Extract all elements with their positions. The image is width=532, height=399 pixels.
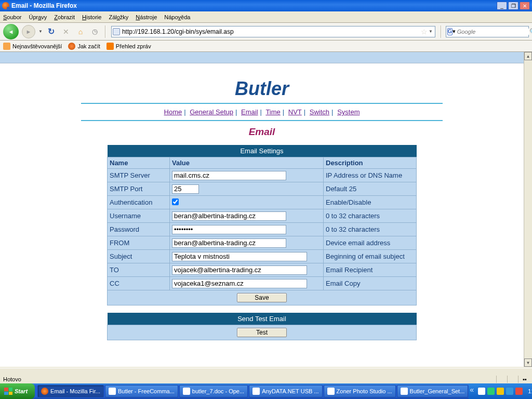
url-bar[interactable]: ☆ ▼ xyxy=(111,26,435,37)
taskbar-item[interactable]: Butler - FreeComma... xyxy=(105,385,178,397)
history-dropdown[interactable]: ▼ xyxy=(38,29,43,34)
scroll-track[interactable] xyxy=(524,60,532,358)
menu-bookmarks[interactable]: Záložky xyxy=(109,14,128,20)
tray-icon[interactable] xyxy=(497,388,504,395)
taskbar-item[interactable]: Email - Mozilla Fir... xyxy=(37,385,104,397)
taskbar-item[interactable]: Butler_General_Set... xyxy=(397,385,469,397)
save-button[interactable]: Save xyxy=(237,293,287,302)
taskbar-label: AnyDATA.NET USB ... xyxy=(262,388,318,394)
input-password[interactable] xyxy=(172,225,286,234)
divider xyxy=(81,120,443,121)
taskbar-label: butler_7.doc - Ope... xyxy=(192,388,244,394)
tray-icon[interactable] xyxy=(487,388,495,395)
reload-icon[interactable]: ↻ xyxy=(47,27,56,36)
scroll-up-button[interactable]: ▲ xyxy=(524,52,532,60)
search-input[interactable] xyxy=(456,29,529,35)
vertical-scrollbar[interactable]: ▲ ▼ xyxy=(524,52,532,367)
restore-button[interactable]: ❐ xyxy=(508,2,518,10)
google-icon[interactable]: G xyxy=(447,28,453,35)
app-icon xyxy=(109,388,116,395)
divider xyxy=(81,103,443,104)
app-icon xyxy=(401,388,408,395)
nav-system[interactable]: System xyxy=(337,108,360,116)
url-input[interactable] xyxy=(122,27,421,36)
checkbox-authentication[interactable] xyxy=(172,198,179,205)
app-icon xyxy=(327,388,335,395)
url-dropdown-icon[interactable]: ▼ xyxy=(428,29,434,34)
field-value-cell xyxy=(170,236,324,250)
close-button[interactable]: ✕ xyxy=(520,2,530,10)
stop-icon[interactable]: ✕ xyxy=(61,27,71,36)
scroll-down-button[interactable]: ▼ xyxy=(524,358,532,367)
home-icon[interactable]: ⌂ xyxy=(76,27,85,36)
windows-icon xyxy=(4,388,12,395)
menu-view[interactable]: Zobrazit xyxy=(54,14,75,20)
tray-icon[interactable] xyxy=(515,388,523,395)
tray-icon[interactable] xyxy=(478,388,485,395)
gear-icon[interactable]: ◷ xyxy=(90,27,100,36)
bookmark-news-overview[interactable]: Přehled zpráv xyxy=(107,43,151,50)
status-segment xyxy=(496,376,505,383)
app-icon xyxy=(183,388,190,395)
menu-file[interactable]: Soubor xyxy=(3,14,21,20)
start-button[interactable]: Start xyxy=(0,383,35,399)
status-bar: Hotovo ▪▪ xyxy=(0,374,532,383)
nav-nvt[interactable]: NVT xyxy=(288,108,302,116)
input-cc[interactable] xyxy=(172,279,307,288)
system-tray[interactable]: 11:26 xyxy=(469,383,532,399)
field-desc: IP Address or DNS Name xyxy=(324,169,417,182)
nav-general-setup[interactable]: General Setup xyxy=(190,108,233,116)
bookmark-star-icon[interactable]: ☆ xyxy=(421,28,428,36)
clock[interactable]: 11:26 xyxy=(528,388,532,394)
bookmark-getting-started[interactable]: Jak začít xyxy=(68,43,100,50)
menu-help[interactable]: Nápověda xyxy=(164,14,190,20)
forward-button[interactable]: ► xyxy=(22,25,35,38)
menu-history[interactable]: Historie xyxy=(82,14,101,20)
field-name: Subject xyxy=(108,250,170,263)
nav-switch[interactable]: Switch xyxy=(310,108,329,116)
field-desc: Enable/Disable xyxy=(324,196,417,209)
nav-email[interactable]: Email xyxy=(241,108,258,116)
input-from[interactable] xyxy=(172,238,286,248)
nav-time[interactable]: Time xyxy=(265,108,280,116)
taskbar-item[interactable]: butler_7.doc - Ope... xyxy=(179,385,248,397)
input-subject[interactable] xyxy=(172,252,307,261)
tray-icon[interactable] xyxy=(506,388,513,395)
nav-home[interactable]: Home xyxy=(164,108,182,116)
col-name: Name xyxy=(108,157,170,169)
field-name: CC xyxy=(108,277,170,290)
field-value-cell xyxy=(170,196,324,209)
search-box[interactable]: G ▾ 🔍 xyxy=(446,26,529,37)
page-icon xyxy=(113,28,120,35)
input-to[interactable] xyxy=(172,265,307,275)
table-title: Email Settings xyxy=(108,145,417,157)
window-title: Email - Mozilla Firefox xyxy=(11,2,497,9)
input-smtp-port[interactable] xyxy=(172,184,199,194)
back-button[interactable]: ◄ xyxy=(3,24,19,39)
input-smtp-server[interactable] xyxy=(172,171,286,180)
input-username[interactable] xyxy=(172,211,286,221)
field-name: Password xyxy=(108,223,170,236)
separator xyxy=(105,25,106,38)
getting-started-icon xyxy=(68,43,75,50)
field-desc: 0 to 32 characters xyxy=(324,223,417,236)
bookmark-most-visited[interactable]: Nejnavštěvovanější xyxy=(3,43,62,50)
field-desc: Email Recipient xyxy=(324,263,417,277)
field-name: FROM xyxy=(108,236,170,250)
field-desc: Device email address xyxy=(324,236,417,250)
taskbar-label: Email - Mozilla Fir... xyxy=(50,388,100,394)
menu-tools[interactable]: Nástroje xyxy=(136,14,157,20)
taskbar-item[interactable]: AnyDATA.NET USB ... xyxy=(249,385,322,397)
taskbar-label: Butler_General_Set... xyxy=(410,388,465,394)
search-icon[interactable]: 🔍 xyxy=(529,28,532,35)
table-row: FROMDevice email address xyxy=(108,236,417,250)
taskbar-item[interactable]: Zoner Photo Studio ... xyxy=(324,385,396,397)
field-desc: 0 to 32 characters xyxy=(324,209,417,223)
window-titlebar: Email - Mozilla Firefox _ ❐ ✕ xyxy=(0,0,532,11)
taskbar: Start Email - Mozilla Fir...Butler - Fre… xyxy=(0,383,532,399)
menu-edit[interactable]: Úpravy xyxy=(29,14,47,20)
test-button[interactable]: Test xyxy=(237,328,287,337)
app-icon xyxy=(252,388,260,395)
minimize-button[interactable]: _ xyxy=(497,2,507,10)
field-value-cell xyxy=(170,250,324,263)
